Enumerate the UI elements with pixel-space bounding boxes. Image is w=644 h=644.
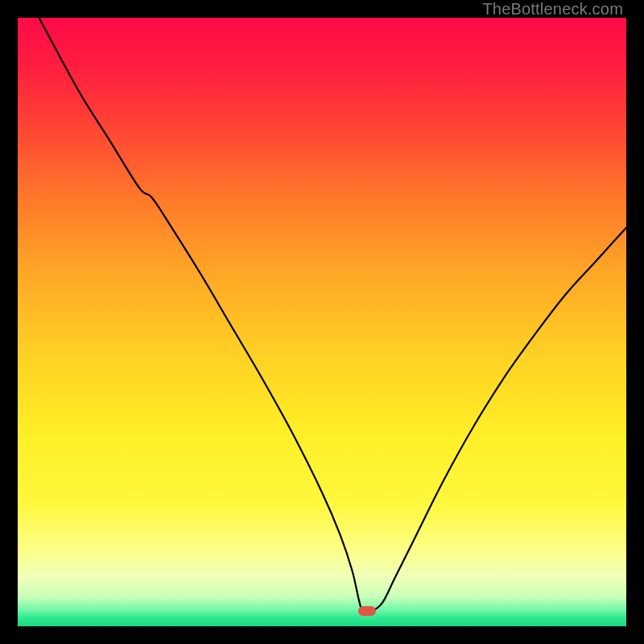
optimal-point-marker xyxy=(358,606,376,616)
bottleneck-curve xyxy=(18,18,626,626)
chart-frame: TheBottleneck.com xyxy=(0,0,644,644)
watermark-text: TheBottleneck.com xyxy=(482,0,623,19)
plot-area xyxy=(18,18,626,626)
